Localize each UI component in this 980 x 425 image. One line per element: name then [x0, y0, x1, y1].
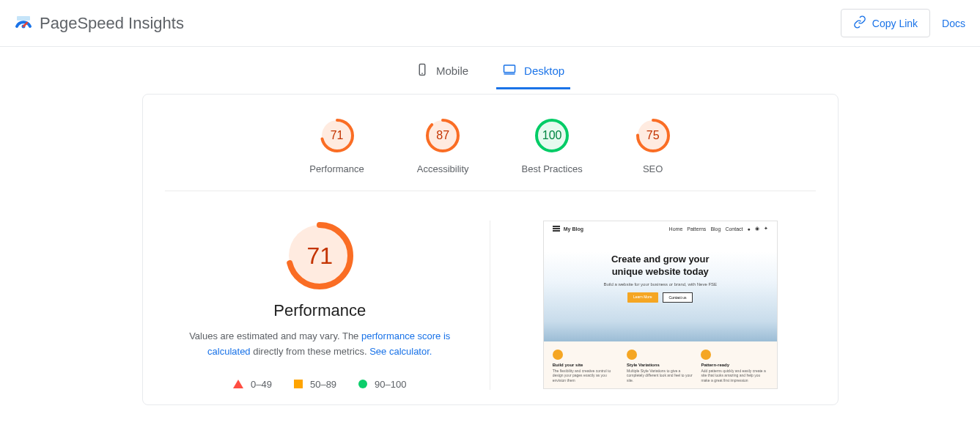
tab-desktop[interactable]: Desktop [496, 56, 570, 89]
seo-score-value: 75 [635, 118, 671, 153]
header-left: PageSpeed Insights [15, 14, 184, 33]
score-legend: 0–49 50–89 90–100 [233, 379, 406, 390]
preview-buttons: Learn More Contact us [551, 292, 770, 303]
legend-fail-label: 0–49 [251, 379, 272, 390]
score-accessibility[interactable]: 87 Accessibility [417, 118, 469, 174]
score-seo[interactable]: 75 SEO [635, 118, 671, 174]
preview-nav-blog: Blog [710, 226, 721, 232]
docs-link[interactable]: Docs [942, 18, 965, 29]
performance-gauge: 71 [320, 118, 355, 153]
preview-site-title: My Blog [564, 226, 583, 232]
preview-hero: Create and grow your unique website toda… [544, 236, 777, 310]
preview-feature-1: Build your site The flexibility and crea… [553, 350, 619, 383]
detail-left: 71 Performance Values are estimated and … [165, 221, 491, 390]
desktop-icon [502, 63, 517, 78]
facebook-icon: ● [748, 226, 751, 232]
report-card: 71 Performance 87 Accessibility 100 [142, 94, 839, 405]
score-summary-row: 71 Performance 87 Accessibility 100 [165, 95, 816, 191]
feature-1-title: Build your site [553, 363, 619, 367]
preview-features: Build your site The flexibility and crea… [544, 344, 777, 389]
performance-score-value: 71 [320, 118, 355, 153]
link-icon [853, 15, 866, 31]
copy-link-label: Copy Link [872, 18, 918, 29]
best-practices-score-value: 100 [534, 118, 570, 153]
preview-btn-secondary: Contact us [663, 292, 693, 303]
see-calculator-link[interactable]: See calculator. [369, 346, 432, 357]
pagespeed-logo-icon [15, 15, 32, 32]
best-practices-gauge: 100 [534, 118, 570, 153]
preview-feature-3: Pattern-ready Add patterns quickly and e… [701, 350, 767, 383]
preview-nav-home: Home [669, 226, 683, 232]
accessibility-gauge: 87 [425, 118, 460, 153]
performance-big-gauge: 71 [284, 221, 355, 291]
hero-line2: unique website today [551, 266, 770, 278]
accessibility-score-label: Accessibility [417, 163, 469, 174]
preview-nav-patterns: Patterns [687, 226, 706, 232]
device-tabs: Mobile Desktop [0, 47, 980, 89]
app-title: PageSpeed Insights [40, 14, 184, 33]
legend-average: 50–89 [294, 379, 336, 390]
circle-icon [358, 380, 367, 388]
preview-hero-title: Create and grow your unique website toda… [551, 254, 770, 278]
tab-mobile-label: Mobile [436, 64, 468, 77]
feature-icon [701, 350, 711, 360]
seo-score-label: SEO [643, 163, 663, 174]
svg-rect-0 [17, 16, 30, 21]
detail-description: Values are estimated and may vary. The p… [173, 329, 466, 360]
feature-icon [627, 350, 637, 360]
performance-detail: 71 Performance Values are estimated and … [143, 191, 838, 404]
hamburger-icon [553, 228, 560, 229]
legend-avg-label: 50–89 [310, 379, 336, 390]
feature-3-title: Pattern-ready [701, 363, 767, 367]
feature-1-desc: The flexibility and creative control to … [553, 369, 619, 383]
legend-fail: 0–49 [233, 379, 272, 390]
preview-nav-contact: Contact [725, 226, 743, 232]
feature-2-desc: Multiple Style Variations to give a comp… [627, 369, 693, 383]
legend-pass: 90–100 [358, 379, 406, 390]
preview-feature-2: Style Variations Multiple Style Variatio… [627, 350, 693, 383]
detail-right: My Blog Home Patterns Blog Contact ● ◉ ✦… [505, 221, 816, 390]
instagram-icon: ◉ [755, 226, 759, 232]
feature-icon [553, 350, 563, 360]
performance-score-label: Performance [309, 163, 364, 174]
copy-link-button[interactable]: Copy Link [841, 9, 930, 37]
preview-hero-sub: Build a website for your business or bra… [551, 282, 770, 287]
feature-2-title: Style Variations [627, 363, 693, 367]
accessibility-score-value: 87 [425, 118, 460, 153]
triangle-icon [233, 380, 243, 388]
twitter-icon: ✦ [764, 226, 768, 232]
legend-pass-label: 90–100 [375, 379, 406, 390]
page-screenshot-preview: My Blog Home Patterns Blog Contact ● ◉ ✦… [543, 221, 778, 389]
feature-3-desc: Add patterns quickly and easily create a… [701, 369, 767, 383]
square-icon [294, 380, 303, 388]
desc-prefix: Values are estimated and may vary. The [189, 330, 361, 341]
score-performance[interactable]: 71 Performance [309, 118, 364, 174]
desc-mid: directly from these metrics. [251, 346, 370, 357]
svg-rect-5 [504, 65, 515, 73]
hero-line1: Create and grow your [551, 254, 770, 266]
tab-desktop-label: Desktop [524, 64, 564, 77]
app-header: PageSpeed Insights Copy Link Docs [0, 0, 980, 47]
preview-header: My Blog Home Patterns Blog Contact ● ◉ ✦ [544, 221, 777, 236]
big-score-value: 71 [284, 221, 355, 291]
header-right: Copy Link Docs [841, 9, 965, 37]
seo-gauge: 75 [635, 118, 671, 153]
score-best-practices[interactable]: 100 Best Practices [522, 118, 583, 174]
tab-mobile[interactable]: Mobile [410, 56, 474, 89]
detail-title: Performance [273, 301, 366, 320]
preview-btn-primary: Learn More [627, 292, 658, 303]
mobile-icon [416, 63, 429, 78]
best-practices-score-label: Best Practices [522, 163, 583, 174]
preview-nav: Home Patterns Blog Contact ● ◉ ✦ [669, 226, 768, 232]
